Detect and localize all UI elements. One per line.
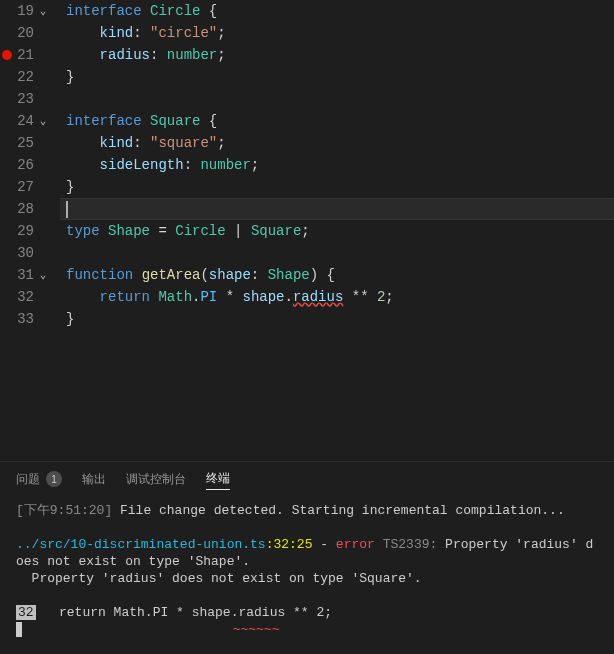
gutter-line[interactable]: 30 xyxy=(0,242,50,264)
gutter-line[interactable]: 19⌄ xyxy=(0,0,50,22)
gutter-line[interactable]: 29 xyxy=(0,220,50,242)
gutter-line[interactable]: 31⌄ xyxy=(0,264,50,286)
gutter: 19⌄ 20 21 22 23 24⌄ 25 26 27 28 29 30 31… xyxy=(0,0,60,461)
code-line[interactable]: interface Circle { xyxy=(66,0,614,22)
code-line[interactable]: } xyxy=(66,176,614,198)
code-line[interactable]: type Shape = Circle | Square; xyxy=(66,220,614,242)
breakpoint-icon[interactable] xyxy=(2,50,12,60)
code-line[interactable]: function getArea(shape: Shape) { xyxy=(66,264,614,286)
code-editor[interactable]: 19⌄ 20 21 22 23 24⌄ 25 26 27 28 29 30 31… xyxy=(0,0,614,461)
active-line-highlight xyxy=(60,198,614,220)
panel-tabs: 问题 1 输出 调试控制台 终端 xyxy=(0,462,614,496)
tab-output[interactable]: 输出 xyxy=(82,469,106,490)
gutter-line[interactable]: 28 xyxy=(0,198,50,220)
error-span[interactable]: radius xyxy=(293,289,343,305)
gutter-line[interactable]: 23 xyxy=(0,88,50,110)
gutter-line[interactable]: 24⌄ xyxy=(0,110,50,132)
code-line[interactable]: kind: "circle"; xyxy=(66,22,614,44)
gutter-line[interactable]: 20 xyxy=(0,22,50,44)
code-line[interactable]: } xyxy=(66,308,614,330)
code-line[interactable]: radius: number; xyxy=(66,44,614,66)
gutter-line[interactable]: 27 xyxy=(0,176,50,198)
text-cursor xyxy=(66,201,68,218)
code-line[interactable] xyxy=(66,242,614,264)
error-line-number: 32 xyxy=(16,605,36,620)
gutter-line[interactable]: 22 xyxy=(0,66,50,88)
problems-count-badge: 1 xyxy=(46,471,62,487)
tab-debug-console[interactable]: 调试控制台 xyxy=(126,469,186,490)
code-line[interactable]: interface Square { xyxy=(66,110,614,132)
fold-icon[interactable]: ⌄ xyxy=(36,264,50,286)
gutter-line[interactable]: 32 xyxy=(0,286,50,308)
tab-problems[interactable]: 问题 1 xyxy=(16,469,62,490)
code-area[interactable]: interface Circle { kind: "circle"; radiu… xyxy=(60,0,614,461)
bottom-panel: 问题 1 输出 调试控制台 终端 [下午9:51:20] File change… xyxy=(0,461,614,654)
code-line[interactable]: sideLength: number; xyxy=(66,154,614,176)
tab-terminal[interactable]: 终端 xyxy=(206,468,230,490)
gutter-line[interactable]: 25 xyxy=(0,132,50,154)
gutter-line[interactable]: 33 xyxy=(0,308,50,330)
gutter-line[interactable]: 21 xyxy=(0,44,50,66)
fold-icon[interactable]: ⌄ xyxy=(36,0,50,22)
gutter-line[interactable]: 26 xyxy=(0,154,50,176)
code-line[interactable]: kind: "square"; xyxy=(66,132,614,154)
code-line[interactable]: } xyxy=(66,66,614,88)
terminal-output[interactable]: [下午9:51:20] File change detected. Starti… xyxy=(0,496,614,654)
code-line[interactable]: return Math.PI * shape.radius ** 2; xyxy=(66,286,614,308)
fold-icon[interactable]: ⌄ xyxy=(36,110,50,132)
code-line[interactable] xyxy=(66,88,614,110)
